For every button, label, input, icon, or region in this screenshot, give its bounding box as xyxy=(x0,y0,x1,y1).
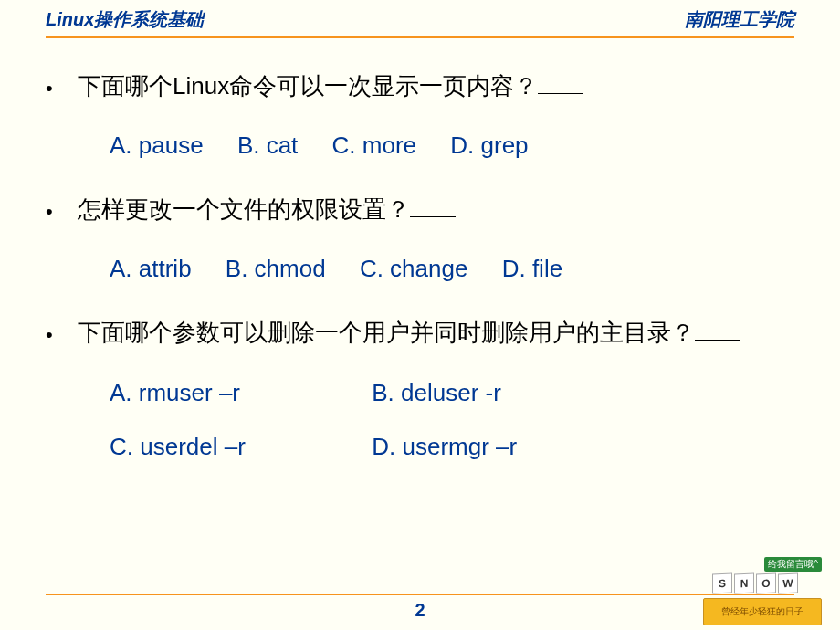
cube-s: S xyxy=(712,572,732,593)
content-area: • 下面哪个Linux命令可以一次显示一页内容？ A. pause B. cat… xyxy=(0,38,840,465)
decoration-label: 给我留言哦^ xyxy=(764,557,822,572)
slide-header: Linux操作系统基础 南阳理工学院 xyxy=(0,0,840,32)
cube-w: W xyxy=(778,572,798,593)
option-b: B. cat xyxy=(237,128,298,163)
option-b: B. chmod xyxy=(226,251,326,287)
answer-blank xyxy=(695,319,740,341)
answer-blank xyxy=(538,72,583,94)
header-title-left: Linux操作系统基础 xyxy=(46,7,204,32)
option-a: A. attrib xyxy=(110,251,192,287)
bullet-icon: • xyxy=(46,66,78,105)
bullet-icon: • xyxy=(46,189,78,228)
option-d: D. grep xyxy=(450,128,528,163)
options-2: A. attrib B. chmod C. change D. file xyxy=(46,251,794,287)
footer-decoration: 给我留言哦^ S N O W 曾经年少轻狂的日子 xyxy=(694,557,831,625)
question-block-1: • 下面哪个Linux命令可以一次显示一页内容？ A. pause B. cat… xyxy=(46,66,794,163)
option-d: D. file xyxy=(502,251,562,287)
question-text: 下面哪个Linux命令可以一次显示一页内容？ xyxy=(78,72,538,100)
option-d: D. usermgr –r xyxy=(372,429,600,465)
answer-blank xyxy=(410,195,456,217)
question-3: • 下面哪个参数可以删除一个用户并同时删除用户的主目录？ xyxy=(46,312,794,352)
option-c: C. more xyxy=(332,128,416,163)
question-text: 怎样更改一个文件的权限设置？ xyxy=(78,195,410,223)
question-block-3: • 下面哪个参数可以删除一个用户并同时删除用户的主目录？ A. rmuser –… xyxy=(46,312,794,464)
options-3: A. rmuser –r B. deluser -r C. userdel –r… xyxy=(46,375,794,465)
option-a: A. pause xyxy=(110,128,204,163)
option-b: B. deluser -r xyxy=(372,375,600,411)
divider-bottom xyxy=(46,593,794,595)
question-block-2: • 怎样更改一个文件的权限设置？ A. attrib B. chmod C. c… xyxy=(46,189,794,287)
decoration-book: 曾经年少轻狂的日子 xyxy=(703,598,822,625)
option-row: A. rmuser –r B. deluser -r xyxy=(110,375,794,411)
cube-n: N xyxy=(734,572,754,593)
question-1: • 下面哪个Linux命令可以一次显示一页内容？ xyxy=(46,66,794,106)
question-2: • 怎样更改一个文件的权限设置？ xyxy=(46,189,794,229)
decoration-cubes: S N O W xyxy=(712,573,798,593)
option-a: A. rmuser –r xyxy=(110,375,338,411)
header-title-right: 南阳理工学院 xyxy=(685,7,794,32)
option-row: C. userdel –r D. usermgr –r xyxy=(110,429,794,465)
options-1: A. pause B. cat C. more D. grep xyxy=(46,128,794,163)
cube-o: O xyxy=(756,572,776,593)
question-text: 下面哪个参数可以删除一个用户并同时删除用户的主目录？ xyxy=(78,319,695,346)
option-c: C. change xyxy=(360,251,468,287)
option-c: C. userdel –r xyxy=(110,429,338,465)
bullet-icon: • xyxy=(46,312,78,352)
